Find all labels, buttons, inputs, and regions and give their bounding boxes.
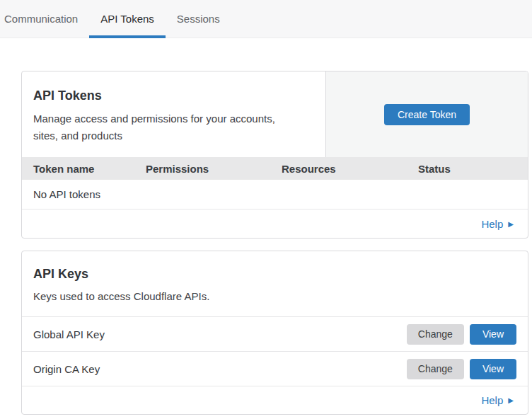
change-button[interactable]: Change bbox=[407, 359, 464, 379]
create-token-button[interactable]: Create Token bbox=[384, 104, 470, 125]
tokens-help-link[interactable]: Help ▶ bbox=[481, 218, 514, 230]
column-header-resources: Resources bbox=[282, 163, 418, 175]
tab-sessions[interactable]: Sessions bbox=[166, 0, 231, 38]
api-keys-description: Keys used to access Cloudflare APIs. bbox=[33, 289, 301, 304]
keys-help-label: Help bbox=[481, 394, 503, 406]
help-arrow-icon: ▶ bbox=[508, 396, 514, 404]
api-tokens-card-header-text: API Tokens Manage access and permissions… bbox=[22, 71, 325, 157]
key-label: Global API Key bbox=[33, 328, 105, 340]
column-header-token-name: Token name bbox=[33, 163, 146, 175]
tokens-table-header: Token name Permissions Resources Status bbox=[22, 157, 528, 180]
api-tokens-title: API Tokens bbox=[33, 88, 314, 103]
tab-communication[interactable]: Communication bbox=[0, 0, 89, 38]
keys-card-footer: Help ▶ bbox=[22, 386, 528, 414]
api-tokens-action-panel: Create Token bbox=[325, 71, 528, 157]
key-row-global-api-key: Global API Key Change View bbox=[22, 316, 528, 351]
tab-list: Communication API Tokens Sessions bbox=[0, 0, 231, 38]
tokens-help-label: Help bbox=[481, 218, 503, 230]
key-actions: Change View bbox=[407, 324, 516, 345]
api-tokens-card: API Tokens Manage access and permissions… bbox=[21, 71, 528, 239]
change-button[interactable]: Change bbox=[407, 324, 464, 345]
tokens-empty-row: No API tokens bbox=[22, 180, 528, 210]
key-actions: Change View bbox=[407, 359, 516, 379]
column-header-status: Status bbox=[418, 163, 528, 175]
view-button[interactable]: View bbox=[470, 359, 516, 379]
tab-api-tokens[interactable]: API Tokens bbox=[89, 0, 166, 38]
tokens-empty-message: No API tokens bbox=[33, 188, 100, 200]
tokens-card-footer: Help ▶ bbox=[22, 210, 528, 238]
help-arrow-icon: ▶ bbox=[508, 220, 514, 228]
column-header-permissions: Permissions bbox=[146, 163, 282, 175]
page-content: API Tokens Manage access and permissions… bbox=[0, 38, 532, 415]
keys-help-link[interactable]: Help ▶ bbox=[481, 394, 514, 406]
api-tokens-card-header: API Tokens Manage access and permissions… bbox=[22, 71, 528, 157]
api-tokens-description: Manage access and permissions for your a… bbox=[33, 110, 301, 144]
key-label: Origin CA Key bbox=[33, 363, 100, 375]
key-row-origin-ca-key: Origin CA Key Change View bbox=[22, 351, 528, 386]
view-button[interactable]: View bbox=[470, 324, 516, 345]
api-keys-card: API Keys Keys used to access Cloudflare … bbox=[21, 251, 528, 415]
tab-bar: Communication API Tokens Sessions bbox=[0, 0, 532, 38]
api-keys-card-header: API Keys Keys used to access Cloudflare … bbox=[22, 251, 528, 316]
api-keys-title: API Keys bbox=[33, 267, 516, 282]
